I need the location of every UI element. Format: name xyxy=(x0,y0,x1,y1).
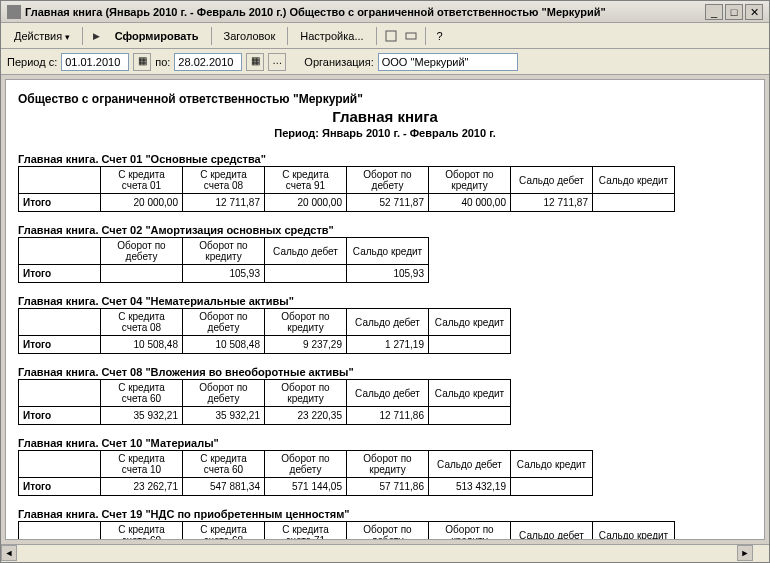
column-header: Сальдо кредит xyxy=(593,167,675,194)
column-header: С кредита счета 60 xyxy=(101,522,183,541)
org-input[interactable] xyxy=(378,53,518,71)
column-header: Оборот по дебету xyxy=(347,167,429,194)
column-header: С кредита счета 01 xyxy=(101,167,183,194)
blank-header xyxy=(19,380,101,407)
separator xyxy=(376,27,377,45)
sections-host: Главная книга. Счет 01 "Основные средств… xyxy=(18,153,752,540)
minimize-button[interactable]: _ xyxy=(705,4,723,20)
bottom-scrollbar: ◄ ► xyxy=(1,544,769,562)
section-title: Главная книга. Счет 04 "Нематериальные а… xyxy=(18,295,752,307)
ledger-table: С кредита счета 60С кредита счета 68С кр… xyxy=(18,521,675,540)
column-header: Сальдо дебет xyxy=(511,167,593,194)
maximize-button[interactable]: □ xyxy=(725,4,743,20)
column-header: Оборот по кредиту xyxy=(265,309,347,336)
column-header: Оборот по дебету xyxy=(183,309,265,336)
value-cell: 20 000,00 xyxy=(101,194,183,212)
to-label: по: xyxy=(155,56,170,68)
column-header: Оборот по кредиту xyxy=(429,522,511,541)
document-area[interactable]: Общество с ограниченной ответственностью… xyxy=(5,79,765,540)
column-header: Сальдо кредит xyxy=(429,380,511,407)
svg-rect-1 xyxy=(406,33,416,39)
value-cell: 105,93 xyxy=(183,265,265,283)
ledger-section: Главная книга. Счет 02 "Амортизация осно… xyxy=(18,224,752,283)
value-cell: 52 711,87 xyxy=(347,194,429,212)
value-cell: 57 711,86 xyxy=(347,478,429,496)
separator xyxy=(211,27,212,45)
value-cell: 547 881,34 xyxy=(183,478,265,496)
row-label: Итого xyxy=(19,478,101,496)
close-button[interactable]: ✕ xyxy=(745,4,763,20)
value-cell: 23 262,71 xyxy=(101,478,183,496)
column-header: Сальдо дебет xyxy=(429,451,511,478)
column-header: Оборот по кредиту xyxy=(265,380,347,407)
ledger-section: Главная книга. Счет 04 "Нематериальные а… xyxy=(18,295,752,354)
column-header: Сальдо дебет xyxy=(265,238,347,265)
section-title: Главная книга. Счет 19 "НДС по приобрете… xyxy=(18,508,752,520)
column-header: С кредита счета 60 xyxy=(101,380,183,407)
column-header: Сальдо кредит xyxy=(347,238,429,265)
scroll-right-button[interactable]: ► xyxy=(737,545,753,561)
row-label: Итого xyxy=(19,265,101,283)
separator xyxy=(425,27,426,45)
column-header: С кредита счета 71 xyxy=(265,522,347,541)
column-header: Сальдо дебет xyxy=(511,522,593,541)
date-to-picker-icon[interactable]: ▦ xyxy=(246,53,264,71)
header-button[interactable]: Заголовок xyxy=(217,27,283,45)
ledger-table: Оборот по дебетуОборот по кредитуСальдо … xyxy=(18,237,429,283)
period-label: Период с: xyxy=(7,56,57,68)
column-header: Сальдо дебет xyxy=(347,380,429,407)
column-header: С кредита счета 68 xyxy=(183,522,265,541)
value-cell: 35 932,21 xyxy=(101,407,183,425)
column-header: Сальдо кредит xyxy=(511,451,593,478)
date-from-input[interactable] xyxy=(61,53,129,71)
filterbar: Период с: ▦ по: ▦ … Организация: xyxy=(1,49,769,75)
date-to-input[interactable] xyxy=(174,53,242,71)
blank-header xyxy=(19,309,101,336)
ledger-table: С кредита счета 60Оборот по дебетуОборот… xyxy=(18,379,511,425)
org-label: Организация: xyxy=(304,56,373,68)
value-cell: 10 508,48 xyxy=(101,336,183,354)
generate-button[interactable]: Сформировать xyxy=(108,27,206,45)
doc-org: Общество с ограниченной ответственностью… xyxy=(18,92,752,106)
column-header: Оборот по дебету xyxy=(265,451,347,478)
value-cell xyxy=(265,265,347,283)
ledger-table: С кредита счета 08Оборот по дебетуОборот… xyxy=(18,308,511,354)
column-header: Оборот по дебету xyxy=(101,238,183,265)
period-select-button[interactable]: … xyxy=(268,53,286,71)
value-cell xyxy=(511,478,593,496)
row-label: Итого xyxy=(19,194,101,212)
ledger-table: С кредита счета 01С кредита счета 08С кр… xyxy=(18,166,675,212)
actions-menu[interactable]: Действия xyxy=(7,27,77,45)
value-cell: 20 000,00 xyxy=(265,194,347,212)
svg-rect-0 xyxy=(386,31,396,41)
value-cell: 12 711,87 xyxy=(511,194,593,212)
play-icon[interactable] xyxy=(88,27,106,45)
settings-button[interactable]: Настройка... xyxy=(293,27,370,45)
toolbar: Действия Сформировать Заголовок Настройк… xyxy=(1,23,769,49)
tool-icon-2[interactable] xyxy=(402,27,420,45)
column-header: Оборот по дебету xyxy=(183,380,265,407)
column-header: Оборот по кредиту xyxy=(429,167,511,194)
doc-period: Период: Январь 2010 г. - Февраль 2010 г. xyxy=(18,127,752,139)
column-header: Оборот по кредиту xyxy=(347,451,429,478)
ledger-section: Главная книга. Счет 01 "Основные средств… xyxy=(18,153,752,212)
value-cell xyxy=(429,336,511,354)
tool-icon-1[interactable] xyxy=(382,27,400,45)
value-cell: 9 237,29 xyxy=(265,336,347,354)
blank-header xyxy=(19,522,101,541)
value-cell: 10 508,48 xyxy=(183,336,265,354)
value-cell: 40 000,00 xyxy=(429,194,511,212)
column-header: Сальдо кредит xyxy=(593,522,675,541)
value-cell: 35 932,21 xyxy=(183,407,265,425)
help-icon[interactable]: ? xyxy=(431,27,449,45)
value-cell xyxy=(101,265,183,283)
column-header: С кредита счета 08 xyxy=(101,309,183,336)
window-title: Главная книга (Январь 2010 г. - Февраль … xyxy=(25,6,705,18)
scroll-left-button[interactable]: ◄ xyxy=(1,545,17,561)
value-cell xyxy=(429,407,511,425)
date-from-picker-icon[interactable]: ▦ xyxy=(133,53,151,71)
column-header: С кредита счета 91 xyxy=(265,167,347,194)
separator xyxy=(82,27,83,45)
row-label: Итого xyxy=(19,336,101,354)
separator xyxy=(287,27,288,45)
